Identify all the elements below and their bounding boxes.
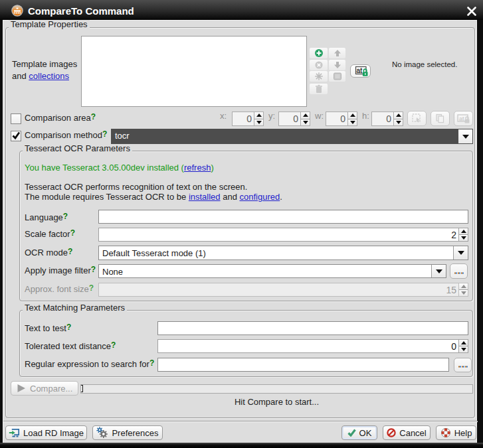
svg-text:at: at <box>459 115 464 121</box>
svg-text:at: at <box>357 67 363 74</box>
